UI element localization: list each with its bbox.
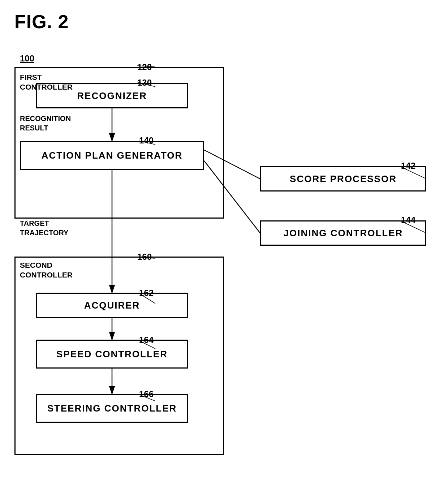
acquirer-box: ACQUIRER — [36, 293, 188, 318]
ref-130: 130 — [137, 78, 152, 88]
steering-controller-label: STEERING CONTROLLER — [47, 403, 177, 414]
ref-120: 120 — [137, 62, 152, 72]
second-controller-label: SECONDCONTROLLER — [20, 260, 73, 280]
ref-164: 164 — [139, 335, 154, 345]
page-title: FIG. 2 — [14, 11, 69, 33]
acquirer-label: ACQUIRER — [84, 300, 140, 311]
joining-controller-label: JOINING CONTROLLER — [284, 228, 403, 239]
speed-controller-box: SPEED CONTROLLER — [36, 340, 188, 369]
ref-144: 144 — [401, 215, 415, 225]
recognizer-label: RECOGNIZER — [77, 90, 147, 102]
steering-controller-box: STEERING CONTROLLER — [36, 394, 188, 423]
score-processor-label: SCORE PROCESSOR — [290, 173, 397, 185]
recognizer-box: RECOGNIZER — [36, 83, 188, 108]
ref-142: 142 — [401, 161, 415, 171]
action-plan-label: ACTION PLAN GENERATOR — [42, 150, 183, 161]
ref-160: 160 — [137, 252, 152, 262]
target-trajectory-label: TARGETTRAJECTORY — [20, 219, 68, 237]
ref-162: 162 — [139, 288, 154, 298]
ref-166: 166 — [139, 389, 154, 399]
action-plan-generator-box: ACTION PLAN GENERATOR — [20, 141, 204, 170]
recognition-result-label: RECOGNITIONRESULT — [20, 114, 71, 133]
ref-140: 140 — [139, 135, 154, 146]
system-ref-label: 100 — [20, 53, 34, 64]
speed-controller-label: SPEED CONTROLLER — [56, 349, 168, 360]
